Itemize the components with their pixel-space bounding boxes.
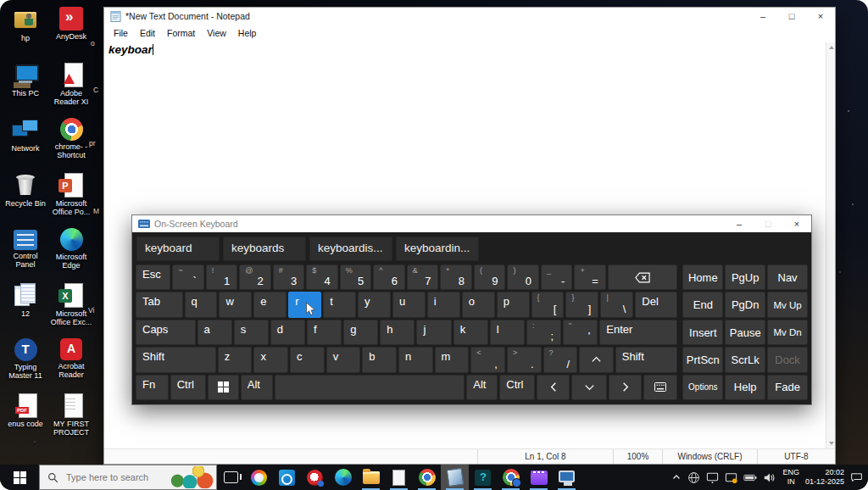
key-6[interactable]: ^6 xyxy=(373,264,405,290)
key-j[interactable]: j xyxy=(416,320,451,345)
key-d[interactable]: d xyxy=(270,320,305,345)
key-esc[interactable]: Esc xyxy=(136,264,170,290)
osk-maximize-button[interactable]: □ xyxy=(754,215,782,232)
key-scrlk[interactable]: ScrLk xyxy=(725,347,765,372)
taskbar-app-notepad[interactable] xyxy=(385,465,413,490)
key-o[interactable]: o xyxy=(462,292,495,317)
suggestion-keyboardis[interactable]: keyboardis... xyxy=(309,237,392,261)
key-pgdn[interactable]: PgDn xyxy=(725,292,765,317)
tray-battery-icon[interactable] xyxy=(743,471,757,484)
desktop-icon-microsoft-office-exc[interactable]: Microsoft Office Exc... xyxy=(48,282,94,327)
desktop-icon-control-panel[interactable]: Control Panel xyxy=(3,227,48,270)
taskbar-app-outlook[interactable] xyxy=(273,465,301,490)
key-fn[interactable]: Fn xyxy=(136,375,169,400)
desktop-icon-adobe-reader-xi[interactable]: Adobe Reader XI xyxy=(48,62,94,107)
desktop-icon-my-first-project[interactable]: MY FIRST PROJECT xyxy=(48,393,94,437)
key-a[interactable]: a xyxy=(198,320,232,345)
key-nav[interactable]: Nav xyxy=(767,264,808,290)
start-button[interactable] xyxy=(0,465,39,490)
key-space[interactable] xyxy=(275,375,465,400)
key-windows[interactable] xyxy=(208,375,239,400)
osk-minimize-button[interactable]: – xyxy=(725,215,754,232)
key-shift-left[interactable]: Shift xyxy=(136,347,216,372)
notepad-close-button[interactable]: × xyxy=(806,8,835,25)
desktop-icon-acrobat-reader[interactable]: Acrobat Reader xyxy=(48,337,94,380)
key-shift-right[interactable]: Shift xyxy=(615,347,678,372)
key-g[interactable]: g xyxy=(343,320,378,345)
key-q[interactable]: q xyxy=(185,292,218,317)
taskbar-app-media-app[interactable] xyxy=(301,465,329,490)
desktop-icon-12[interactable]: 12 xyxy=(3,282,48,318)
key-arrow-up[interactable] xyxy=(579,347,614,372)
key-comma[interactable]: <, xyxy=(470,347,505,372)
key-slash[interactable]: ?/ xyxy=(543,347,578,372)
key-5[interactable]: %5 xyxy=(340,264,372,290)
key-enter[interactable]: Enter xyxy=(599,320,677,345)
key-help[interactable]: Help xyxy=(725,375,765,400)
key-backspace[interactable] xyxy=(608,264,677,290)
taskbar-app-edge[interactable] xyxy=(329,465,357,490)
menu-help[interactable]: Help xyxy=(232,26,263,40)
menu-file[interactable]: File xyxy=(108,26,134,40)
key-ctrl-right[interactable]: Ctrl xyxy=(499,375,535,400)
key-pgup[interactable]: PgUp xyxy=(725,264,765,290)
key-x[interactable]: x xyxy=(253,347,288,372)
key-dock[interactable]: Dock xyxy=(767,347,808,372)
key-period[interactable]: >. xyxy=(507,347,542,372)
taskbar-app-copilot[interactable] xyxy=(245,465,273,490)
key-7[interactable]: &7 xyxy=(407,264,439,290)
menu-format[interactable]: Format xyxy=(161,26,201,40)
suggestion-keyboards[interactable]: keyboards xyxy=(223,237,306,261)
key-i[interactable]: i xyxy=(427,292,460,317)
key-options[interactable]: Options xyxy=(682,375,723,400)
taskbar-app-file-explorer[interactable] xyxy=(357,465,385,490)
desktop-icon-anydesk[interactable]: AnyDesk xyxy=(48,7,94,41)
key-fade[interactable]: Fade xyxy=(767,375,808,400)
key-prtscn[interactable]: PrtScn xyxy=(682,347,723,372)
key-z[interactable]: z xyxy=(218,347,253,372)
key-insert[interactable]: Insert xyxy=(682,320,723,345)
key-apostrophe[interactable]: "' xyxy=(563,320,598,345)
key-end[interactable]: End xyxy=(682,292,723,317)
key-w[interactable]: w xyxy=(219,292,252,317)
desktop-icon-chrome-shortcut[interactable]: chrome- - Shortcut xyxy=(48,117,94,160)
key-mv-up[interactable]: Mv Up xyxy=(767,292,808,317)
key-v[interactable]: v xyxy=(326,347,361,372)
key-mv-dn[interactable]: Mv Dn xyxy=(767,320,808,345)
key-9[interactable]: (9 xyxy=(474,264,506,290)
key-alt-left[interactable]: Alt xyxy=(241,375,274,400)
suggestion-keyboardin[interactable]: keyboardin... xyxy=(396,237,479,261)
desktop-icon-recycle-bin[interactable]: Recycle Bin xyxy=(3,172,48,208)
menu-edit[interactable]: Edit xyxy=(134,26,161,40)
key-3[interactable]: #3 xyxy=(273,264,305,290)
desktop-icon-typing-master-11[interactable]: Typing Master 11 xyxy=(3,337,48,381)
action-center-button[interactable] xyxy=(850,471,863,483)
desktop-icon-microsoft-edge[interactable]: Microsoft Edge xyxy=(48,227,94,270)
desktop-icon-this-pc[interactable]: This PC xyxy=(3,62,48,97)
language-indicator[interactable]: ENGIN xyxy=(782,468,799,487)
taskbar-app-task-view[interactable] xyxy=(217,465,245,490)
key-home[interactable]: Home xyxy=(682,264,723,290)
key-del[interactable]: Del xyxy=(635,292,677,317)
desktop-icon-network[interactable]: Network xyxy=(3,117,48,153)
clock[interactable]: 20:0201-12-2025 xyxy=(805,468,844,487)
key-pause[interactable]: Pause xyxy=(725,320,765,345)
key-1[interactable]: !1 xyxy=(206,264,238,290)
key-keyboard-settings[interactable] xyxy=(643,375,677,400)
desktop-icon-hp[interactable]: hp xyxy=(3,7,48,42)
key-s[interactable]: s xyxy=(234,320,269,345)
key-tab[interactable]: Tab xyxy=(136,292,183,317)
key-bracket-close[interactable]: }] xyxy=(565,292,598,317)
notepad-minimize-button[interactable]: – xyxy=(748,8,777,25)
taskbar-app-chrome-profile[interactable] xyxy=(497,465,525,490)
key-arrow-right[interactable] xyxy=(609,375,642,400)
key-equals[interactable]: += xyxy=(574,264,606,290)
notepad-scrollbar[interactable] xyxy=(826,42,835,448)
key-backslash[interactable]: |\ xyxy=(600,292,633,317)
notepad-maximize-button[interactable]: □ xyxy=(777,8,806,25)
key-e[interactable]: e xyxy=(253,292,287,317)
key-c[interactable]: c xyxy=(290,347,325,372)
key-u[interactable]: u xyxy=(392,292,426,317)
key-8[interactable]: *8 xyxy=(440,264,472,290)
key-n[interactable]: n xyxy=(398,347,433,372)
